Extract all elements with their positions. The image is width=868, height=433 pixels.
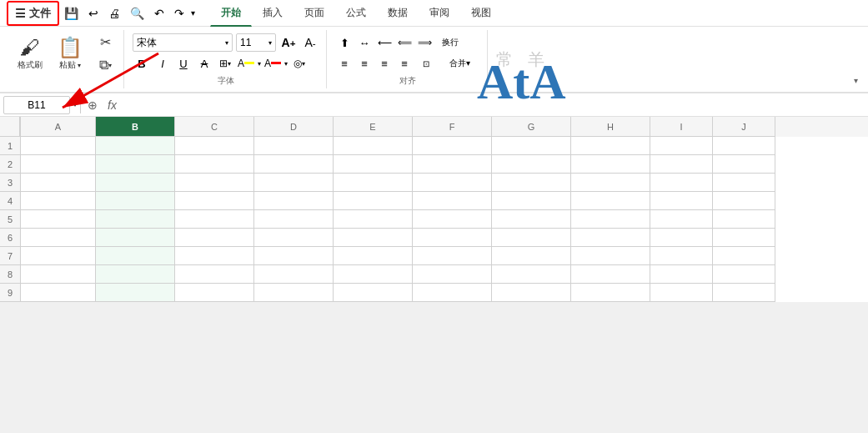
redo-icon[interactable]: ↷: [169, 3, 189, 23]
dropdown-quick-icon[interactable]: ▾: [189, 5, 197, 21]
align-top-button[interactable]: ⬆: [335, 33, 354, 52]
grid-cell[interactable]: [713, 247, 775, 265]
grid-cell[interactable]: [334, 284, 413, 302]
grid-cell[interactable]: [650, 174, 713, 192]
fx-icon[interactable]: fx: [104, 98, 120, 112]
align-center-button[interactable]: ≡: [355, 54, 374, 73]
grid-cell[interactable]: [713, 155, 775, 174]
grid-cell[interactable]: [571, 174, 650, 192]
grid-cell[interactable]: [334, 137, 413, 155]
grid-cell[interactable]: [334, 247, 413, 265]
grid-cell[interactable]: [254, 210, 334, 229]
strikethrough-button[interactable]: A: [195, 54, 213, 73]
col-header-h[interactable]: H: [571, 117, 650, 137]
grid-cell[interactable]: [254, 137, 334, 155]
grid-cell[interactable]: [254, 229, 334, 247]
grid-cell[interactable]: [413, 284, 492, 302]
grid-cell[interactable]: [413, 265, 492, 284]
grid-cell[interactable]: [254, 155, 334, 174]
dropdown-arrow-cell[interactable]: ▾: [73, 101, 77, 108]
grid-cell[interactable]: [571, 210, 650, 229]
grid-cell[interactable]: [713, 210, 775, 229]
grid-cell[interactable]: [175, 210, 254, 229]
col-header-i[interactable]: I: [650, 117, 713, 137]
zoom-formula-icon[interactable]: ⊕: [84, 98, 101, 112]
grid-cell[interactable]: [571, 155, 650, 174]
grid-cell[interactable]: [492, 210, 571, 229]
col-header-e[interactable]: E: [334, 117, 413, 137]
grid-cell[interactable]: [650, 155, 713, 174]
grid-cell[interactable]: [21, 210, 96, 229]
grid-cell[interactable]: [175, 137, 254, 155]
row-num-5[interactable]: 5: [0, 210, 20, 229]
grid-cell[interactable]: [492, 284, 571, 302]
col-header-j[interactable]: J: [713, 117, 775, 137]
bold-button[interactable]: B: [133, 54, 151, 73]
grid-cell[interactable]: [96, 284, 175, 302]
grid-cell[interactable]: [413, 192, 492, 210]
grid-cell[interactable]: [713, 137, 775, 155]
col-header-c[interactable]: C: [175, 117, 254, 137]
grid-cell[interactable]: [492, 247, 571, 265]
grid-cell[interactable]: [96, 137, 175, 155]
tab-home[interactable]: 开始: [210, 0, 252, 27]
tab-insert[interactable]: 插入: [252, 0, 294, 27]
row-num-6[interactable]: 6: [0, 229, 20, 247]
grid-cell[interactable]: [650, 247, 713, 265]
grid-cell[interactable]: [571, 284, 650, 302]
file-menu-button[interactable]: ☰ 文件: [7, 1, 59, 26]
clear-format-button[interactable]: ◎▾: [290, 54, 309, 73]
align-middle-button[interactable]: ↔: [355, 33, 374, 52]
row-num-9[interactable]: 9: [0, 284, 20, 302]
grid-cell[interactable]: [175, 284, 254, 302]
grid-cell[interactable]: [21, 192, 96, 210]
grid-cell[interactable]: [571, 137, 650, 155]
grid-cell[interactable]: [413, 174, 492, 192]
align-justify-button[interactable]: ≡: [395, 54, 414, 73]
font-family-selector[interactable]: 宋体 ▾: [133, 33, 233, 52]
undo-quick-icon[interactable]: ↩: [83, 3, 103, 23]
grid-cell[interactable]: [334, 210, 413, 229]
grid-cell[interactable]: [334, 192, 413, 210]
paste-button[interactable]: 📋 粘贴 ▾: [52, 30, 88, 77]
tab-data[interactable]: 数据: [377, 0, 419, 27]
grid-cell[interactable]: [96, 247, 175, 265]
save-quick-icon[interactable]: 💾: [59, 3, 83, 23]
undo-icon[interactable]: ↶: [149, 3, 169, 23]
row-num-7[interactable]: 7: [0, 247, 20, 265]
col-header-f[interactable]: F: [413, 117, 492, 137]
grid-cell[interactable]: [21, 155, 96, 174]
grid-cell[interactable]: [334, 174, 413, 192]
grid-cell[interactable]: [650, 265, 713, 284]
align-right-button[interactable]: ≡: [375, 54, 394, 73]
grid-cell[interactable]: [492, 265, 571, 284]
grid-cell[interactable]: [254, 284, 334, 302]
grid-cell[interactable]: [254, 247, 334, 265]
grid-cell[interactable]: [254, 192, 334, 210]
grid-cell[interactable]: [254, 265, 334, 284]
grid-cell[interactable]: [21, 229, 96, 247]
merge-cells-button[interactable]: 合并▾: [439, 54, 480, 73]
col-header-b[interactable]: B: [96, 117, 175, 137]
grid-cell[interactable]: [334, 155, 413, 174]
tab-page[interactable]: 页面: [294, 0, 335, 27]
grid-cell[interactable]: [96, 265, 175, 284]
grid-cell[interactable]: [21, 284, 96, 302]
row-num-3[interactable]: 3: [0, 174, 20, 192]
grid-cell[interactable]: [334, 265, 413, 284]
grid-cell[interactable]: [96, 155, 175, 174]
font-increase-button[interactable]: A+: [279, 33, 298, 52]
col-header-a[interactable]: A: [21, 117, 96, 137]
grid-cell[interactable]: [175, 155, 254, 174]
grid-cell[interactable]: [492, 137, 571, 155]
decrease-indent-button[interactable]: ⊡: [415, 54, 437, 73]
grid-cell[interactable]: [96, 174, 175, 192]
grid-area[interactable]: A B C D E F G H I J: [21, 117, 868, 302]
font-color-button[interactable]: A: [263, 54, 282, 73]
col-header-g[interactable]: G: [492, 117, 571, 137]
tab-view[interactable]: 视图: [460, 0, 502, 27]
grid-cell[interactable]: [713, 265, 775, 284]
grid-cell[interactable]: [492, 155, 571, 174]
grid-cell[interactable]: [713, 229, 775, 247]
search-quick-icon[interactable]: 🔍: [125, 3, 149, 23]
